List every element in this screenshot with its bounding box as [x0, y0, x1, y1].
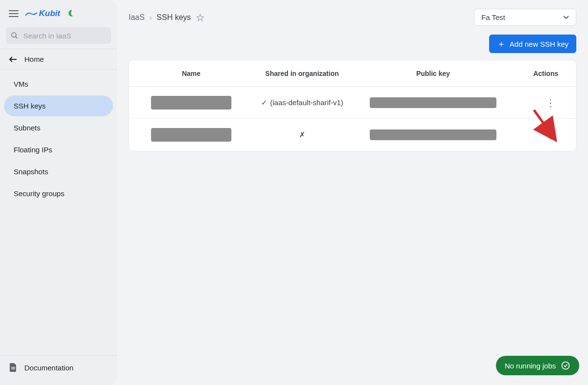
jobs-status-pill[interactable]: No running jobs: [496, 356, 579, 375]
breadcrumb: IaaS › SSH keys: [129, 13, 205, 22]
menu-icon[interactable]: [9, 10, 19, 17]
table-row: ✗ ⋮: [129, 119, 576, 151]
chevron-down-icon: [563, 16, 569, 19]
name-cell: [141, 96, 242, 110]
main-content: IaaS › SSH keys Fa Test ＋ Add new SSH ke…: [117, 0, 588, 385]
sidebar-item-label: SSH keys: [14, 102, 46, 110]
cross-icon: ✗: [299, 130, 305, 139]
sidebar-item-ssh-keys[interactable]: SSH keys: [4, 95, 113, 116]
documentation-link[interactable]: Documentation: [0, 355, 117, 379]
sidebar-item-snapshots[interactable]: Snapshots: [4, 161, 113, 182]
search-icon: [11, 31, 19, 40]
home-link[interactable]: Home: [0, 49, 117, 70]
star-icon[interactable]: [196, 13, 205, 22]
th-pubkey: Public key: [362, 70, 504, 77]
wave-icon: [25, 11, 37, 17]
sidebar-item-vms[interactable]: VMs: [4, 73, 113, 94]
org-selector[interactable]: Fa Test: [474, 9, 576, 26]
breadcrumb-current: SSH keys: [157, 13, 191, 22]
svg-point-0: [12, 33, 16, 37]
sidebar-item-label: Snapshots: [14, 167, 48, 176]
plus-icon: ＋: [497, 39, 506, 48]
add-ssh-key-button[interactable]: ＋ Add new SSH key: [489, 35, 576, 53]
redacted-block: [370, 129, 497, 140]
pubkey-cell: [362, 129, 504, 140]
nav-list: VMs SSH keys Subnets Floating IPs Snapsh…: [0, 70, 117, 208]
svg-line-1: [16, 37, 18, 38]
th-name: Name: [141, 70, 242, 77]
search-input[interactable]: [23, 32, 106, 40]
check-circle-icon: [561, 361, 570, 370]
actions-cell: ⋮: [504, 129, 564, 141]
actions-cell: ⋮: [504, 97, 564, 109]
document-icon: [9, 363, 18, 372]
sidebar-item-subnets[interactable]: Subnets: [4, 117, 113, 138]
back-arrow-icon: [9, 56, 18, 63]
redacted-block: [370, 97, 497, 108]
sidebar-item-label: Subnets: [14, 124, 40, 132]
sidebar-header: Kubit: [0, 6, 117, 25]
redacted-block: [151, 128, 232, 142]
th-shared: Shared in organization: [242, 70, 362, 77]
pubkey-cell: [362, 97, 504, 108]
shared-cell: ✓(iaas-default-sharif-v1): [242, 98, 362, 107]
brand-logo[interactable]: Kubit: [25, 9, 60, 18]
table-row: ✓(iaas-default-sharif-v1) ⋮: [129, 87, 576, 119]
svg-rect-3: [11, 367, 15, 368]
check-icon: ✓: [261, 98, 267, 107]
jobs-label: No running jobs: [505, 362, 556, 370]
shared-cell: ✗: [242, 130, 362, 139]
row-actions-menu[interactable]: ⋮: [545, 97, 556, 109]
sidebar-item-floating-ips[interactable]: Floating IPs: [4, 139, 113, 160]
topbar: IaaS › SSH keys Fa Test: [129, 9, 576, 26]
documentation-label: Documentation: [24, 364, 74, 372]
sidebar-item-security-groups[interactable]: Security groups: [4, 183, 113, 204]
partner-logo: [67, 9, 76, 18]
sidebar-item-label: Floating IPs: [14, 146, 52, 154]
table-header: Name Shared in organization Public key A…: [129, 60, 576, 87]
redacted-block: [151, 96, 232, 110]
sidebar-item-label: VMs: [14, 80, 28, 88]
row-actions-menu[interactable]: ⋮: [545, 129, 556, 141]
search-box[interactable]: [6, 27, 111, 44]
th-actions: Actions: [504, 70, 564, 77]
brand-name: Kubit: [39, 9, 60, 18]
org-selected: Fa Test: [481, 13, 505, 21]
home-label: Home: [24, 55, 44, 63]
ssh-keys-table: Name Shared in organization Public key A…: [129, 60, 576, 151]
breadcrumb-root[interactable]: IaaS: [129, 13, 145, 22]
shared-text: (iaas-default-sharif-v1): [270, 98, 343, 107]
chevron-right-icon: ›: [150, 14, 152, 21]
add-button-label: Add new SSH key: [510, 40, 569, 48]
sidebar: Kubit Home VMs SSH keys: [0, 0, 117, 385]
sidebar-item-label: Security groups: [14, 189, 64, 198]
name-cell: [141, 128, 242, 142]
action-row: ＋ Add new SSH key: [129, 35, 576, 53]
svg-rect-4: [11, 368, 15, 369]
svg-point-6: [562, 362, 569, 369]
